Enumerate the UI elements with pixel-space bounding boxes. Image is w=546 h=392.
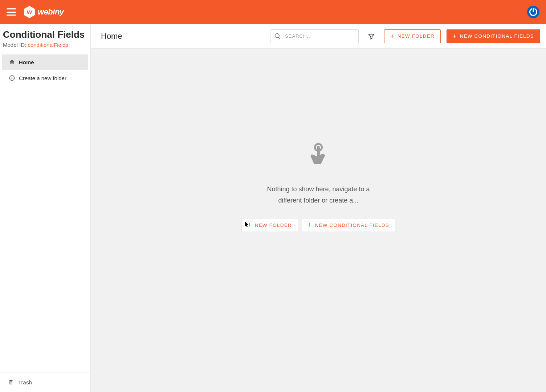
page-title: Conditional Fields <box>3 29 87 40</box>
content-area: Nothing to show here, navigate to a diff… <box>91 49 546 392</box>
button-label: NEW FOLDER <box>398 33 435 39</box>
empty-actions: + NEW FOLDER + NEW CONDITIONAL FIELDS <box>241 218 395 232</box>
new-folder-button[interactable]: + NEW FOLDER <box>384 29 441 43</box>
empty-new-entry-button[interactable]: + NEW CONDITIONAL FIELDS <box>302 218 395 232</box>
user-menu-button[interactable] <box>527 6 539 18</box>
sidebar-item-label: Create a new folder <box>19 75 66 81</box>
sidebar-nav: Home Create a new folder <box>0 52 90 86</box>
button-label: NEW CONDITIONAL FIELDS <box>315 222 389 228</box>
brand-logo[interactable]: w webiny <box>24 6 64 18</box>
touch-icon <box>310 143 327 168</box>
model-id-row: Model ID: conditionalFields <box>3 42 87 48</box>
plus-icon: + <box>248 222 252 228</box>
sidebar-item-trash[interactable]: Trash <box>0 372 90 392</box>
search-input-wrapper[interactable] <box>270 29 359 43</box>
logo-letter: w <box>27 8 32 16</box>
sidebar-item-create-folder[interactable]: Create a new folder <box>2 70 88 86</box>
home-icon <box>9 59 15 65</box>
empty-state: Nothing to show here, navigate to a diff… <box>241 143 395 232</box>
trash-label: Trash <box>18 379 32 385</box>
menu-icon[interactable] <box>7 8 16 16</box>
sidebar: Conditional Fields Model ID: conditional… <box>0 24 91 392</box>
power-icon <box>529 8 537 16</box>
new-entry-button[interactable]: + NEW CONDITIONAL FIELDS <box>447 29 540 43</box>
breadcrumb: Home <box>101 32 122 41</box>
toolbar: Home + NEW FOLDER + NEW CONDITIONAL FIEL… <box>91 24 546 49</box>
brand-name: webiny <box>38 7 64 17</box>
plus-icon: + <box>453 33 457 40</box>
plus-circle-icon <box>9 75 15 81</box>
sidebar-item-label: Home <box>19 59 34 65</box>
button-label: NEW FOLDER <box>255 222 292 228</box>
main-area: Home + NEW FOLDER + NEW CONDITIONAL FIEL… <box>91 24 546 392</box>
model-id-value[interactable]: conditionalFields <box>28 42 68 48</box>
search-icon <box>274 33 281 40</box>
sidebar-header: Conditional Fields Model ID: conditional… <box>0 24 90 52</box>
app-layout: Conditional Fields Model ID: conditional… <box>0 24 546 392</box>
plus-icon: + <box>308 222 312 228</box>
model-id-label: Model ID: <box>3 42 28 48</box>
header-left: w webiny <box>7 6 64 18</box>
search-input[interactable] <box>281 33 355 39</box>
sidebar-item-home[interactable]: Home <box>2 54 88 70</box>
filter-button[interactable] <box>364 29 378 43</box>
button-label: NEW CONDITIONAL FIELDS <box>460 33 534 39</box>
plus-icon: + <box>390 33 395 40</box>
trash-icon <box>8 379 14 385</box>
logo-badge-icon: w <box>24 6 35 18</box>
empty-new-folder-button[interactable]: + NEW FOLDER <box>241 218 298 232</box>
empty-message: Nothing to show here, navigate to a diff… <box>264 184 373 206</box>
app-header: w webiny <box>0 0 546 24</box>
filter-icon <box>368 33 375 40</box>
